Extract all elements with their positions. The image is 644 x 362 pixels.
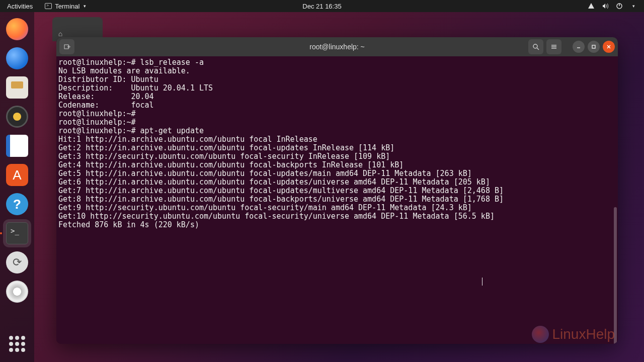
firefox-icon (6, 18, 28, 40)
terminal-line: Fetched 876 kB in 4s (220 kB/s) (58, 221, 617, 229)
close-icon (606, 44, 611, 49)
dock-files[interactable] (3, 73, 31, 102)
watermark-text: LinuxHelp (552, 326, 615, 342)
dock: A ? ⟳ (0, 12, 34, 362)
new-tab-button[interactable] (59, 39, 74, 54)
terminal-line: Get:6 http://in.archive.ubuntu.com/ubunt… (58, 178, 617, 187)
terminal-line: Get:10 http://security.ubuntu.com/ubuntu… (58, 212, 617, 221)
terminal-line: root@linuxhelp:~# lsb_release -a (58, 58, 617, 67)
terminal-line: Get:3 http://security.ubuntu.com/ubuntu … (58, 152, 617, 161)
terminal-line: No LSB modules are available. (58, 67, 617, 75)
terminal-window: root@linuxhelp: ~ root@linuxhelp:~# lsb_… (56, 37, 618, 344)
activities-label: Activities (7, 3, 33, 10)
dock-software[interactable]: A (3, 161, 31, 189)
terminal-titlebar[interactable]: root@linuxhelp: ~ (56, 37, 618, 56)
dock-rhythmbox[interactable] (3, 103, 31, 131)
dock-help[interactable]: ? (3, 190, 31, 218)
terminal-line: Get:9 http://security.ubuntu.com/ubuntu … (58, 204, 617, 212)
top-panel-left: Activities Terminal ▾ (0, 0, 91, 12)
dock-disc[interactable] (3, 278, 31, 306)
clock-label: Dec 21 16:35 (302, 3, 341, 10)
dock-show-apps[interactable] (3, 330, 31, 358)
menu-button[interactable] (546, 39, 561, 54)
terminal-icon (6, 222, 28, 244)
thunderbird-icon (6, 47, 28, 69)
watermark-icon (532, 326, 549, 343)
svg-rect-11 (592, 45, 595, 48)
disc-icon (6, 281, 28, 303)
terminal-line: root@linuxhelp:~# (58, 110, 617, 118)
network-icon[interactable] (588, 3, 595, 10)
files-icon (6, 76, 28, 99)
power-icon[interactable] (616, 3, 623, 10)
terminal-line: Get:5 http://in.archive.ubuntu.com/ubunt… (58, 169, 617, 178)
rhythmbox-icon (6, 106, 28, 128)
text-cursor (482, 278, 482, 286)
watermark: LinuxHelp (532, 326, 615, 343)
activities-button[interactable]: Activities (0, 0, 40, 12)
terminal-line: root@linuxhelp:~# (58, 118, 617, 127)
dock-firefox[interactable] (3, 15, 31, 43)
hamburger-icon (550, 43, 557, 50)
minimize-button[interactable] (573, 41, 585, 53)
terminal-line: Get:8 http://in.archive.ubuntu.com/ubunt… (58, 195, 617, 204)
apps-grid-icon (9, 336, 25, 352)
svg-line-6 (537, 48, 539, 50)
system-tray[interactable]: ▾ (588, 0, 644, 12)
volume-icon[interactable] (602, 3, 609, 10)
titlebar-left (59, 39, 74, 54)
terminal-line: Description: Ubuntu 20.04.1 LTS (58, 84, 617, 93)
titlebar-right (528, 39, 615, 54)
svg-point-5 (533, 44, 537, 48)
chevron-down-icon: ▾ (84, 4, 86, 9)
updater-icon: ⟳ (6, 251, 28, 274)
minimize-icon (576, 44, 581, 49)
terminal-line: root@linuxhelp:~# apt-get update (58, 127, 617, 135)
app-menu[interactable]: Terminal ▾ (40, 0, 91, 12)
terminal-line: Hit:1 http://in.archive.ubuntu.com/ubunt… (58, 135, 617, 144)
terminal-line: Get:7 http://in.archive.ubuntu.com/ubunt… (58, 187, 617, 195)
new-tab-icon (63, 43, 70, 50)
help-icon: ? (6, 193, 28, 215)
writer-icon (6, 135, 28, 157)
maximize-icon (591, 44, 596, 49)
software-icon: A (6, 164, 28, 186)
window-title: root@linuxhelp: ~ (309, 43, 365, 51)
dock-updater[interactable]: ⟳ (3, 248, 31, 277)
terminal-line: Codename: focal (58, 101, 617, 110)
dock-thunderbird[interactable] (3, 44, 31, 72)
dock-terminal[interactable] (3, 219, 31, 247)
terminal-body[interactable]: root@linuxhelp:~# lsb_release -aNo LSB m… (56, 56, 618, 344)
terminal-line: Release: 20.04 (58, 93, 617, 101)
clock[interactable]: Dec 21 16:35 (302, 3, 341, 10)
terminal-line: Get:2 http://in.archive.ubuntu.com/ubunt… (58, 144, 617, 152)
scrollbar[interactable] (614, 207, 617, 344)
top-panel: Activities Terminal ▾ Dec 21 16:35 ▾ (0, 0, 644, 12)
maximize-button[interactable] (588, 41, 600, 53)
search-icon (532, 43, 539, 50)
terminal-line: Get:4 http://in.archive.ubuntu.com/ubunt… (58, 161, 617, 169)
app-menu-label: Terminal (55, 3, 79, 10)
terminal-icon (45, 3, 52, 9)
search-button[interactable] (528, 39, 543, 54)
terminal-line: Distributor ID: Ubuntu (58, 75, 617, 84)
chevron-down-icon[interactable]: ▾ (630, 3, 637, 10)
close-button[interactable] (603, 41, 615, 53)
dock-writer[interactable] (3, 132, 31, 160)
